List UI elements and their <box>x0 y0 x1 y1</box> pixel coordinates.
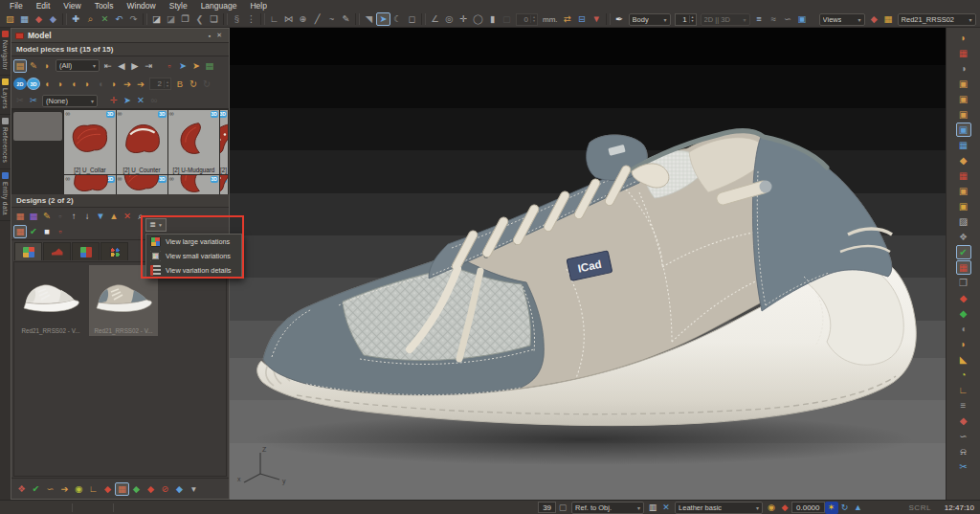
viewport-3d[interactable]: ICad Z y x <box>230 28 946 500</box>
sb-shoe-icon[interactable]: ◆ <box>778 502 791 514</box>
design-down-icon[interactable]: ↓ <box>80 210 94 223</box>
variation-grid-icon[interactable]: ▦ <box>13 225 27 238</box>
tab-references[interactable]: References <box>0 115 11 168</box>
rt-photo-icon[interactable]: ▣ <box>956 123 971 137</box>
document-select[interactable]: Red21_RRSS02▾ <box>898 13 976 26</box>
paste-icon[interactable]: ❏ <box>207 12 221 26</box>
copy-icon[interactable]: ❐ <box>178 12 192 26</box>
piece-arrow-icon[interactable]: ➔ <box>121 78 134 91</box>
piece-u-eyestay[interactable]: ∞3D[2] U_Eyestay <box>220 110 228 174</box>
layers-icon[interactable]: ≡ <box>752 12 767 26</box>
bt-bag-icon[interactable]: ◆ <box>100 482 115 496</box>
pieces-scrollbar[interactable] <box>12 110 63 194</box>
palette-grid-icon[interactable]: ▦ <box>881 12 896 26</box>
walk-orange-icon[interactable]: ➤ <box>189 59 203 73</box>
bt-heel-icon[interactable]: ∟ <box>86 482 100 496</box>
align-icon[interactable]: ⊟ <box>575 12 590 26</box>
bt-pieces-icon[interactable]: ❖ <box>14 482 29 496</box>
bt-shoe-blue-icon[interactable]: ◆ <box>172 482 187 496</box>
tab-layers[interactable]: Layers <box>0 76 11 115</box>
rt-wedge-icon[interactable]: ◣ <box>956 352 971 367</box>
walk-blue-icon[interactable]: ➤ <box>176 59 189 73</box>
rt-bag-icon[interactable]: ◆ <box>956 153 971 168</box>
bt-doc-check-icon[interactable]: ✔ <box>29 482 43 496</box>
panel-split-icon[interactable]: ▮ <box>485 12 500 26</box>
spinner-buttons[interactable]: ▴▾ <box>164 80 170 88</box>
variation-target-icon[interactable]: ▫ <box>54 225 67 238</box>
piece-u-mudguard[interactable]: ∞3D[2] U-Mudguard <box>168 110 219 174</box>
flip-red-icon[interactable]: ▼ <box>590 12 604 26</box>
menu-file[interactable]: File <box>3 0 30 11</box>
last-icon[interactable]: ∽ <box>781 12 795 26</box>
pin-add-icon[interactable]: ⋮ <box>244 12 258 26</box>
rt-grid-red-icon[interactable]: ▦ <box>956 46 971 60</box>
sb-material-select[interactable]: Leather basic▾ <box>675 502 763 514</box>
rt-stack-icon[interactable]: ≡ <box>956 398 971 413</box>
cursor-tool-icon[interactable]: ➤ <box>376 12 390 26</box>
rt-sole-orange-icon[interactable]: ◗ <box>956 337 971 351</box>
rt-sole-lt-icon[interactable]: ∽ <box>956 429 971 443</box>
rt-box3-icon[interactable]: ▣ <box>956 107 971 122</box>
material-shoe-icon[interactable]: ◆ <box>867 12 881 26</box>
undo-icon[interactable]: ↶ <box>112 12 126 26</box>
sb-columns-icon[interactable]: ▥ <box>646 502 659 514</box>
rt-grid-red2-icon[interactable]: ▦ <box>956 168 971 183</box>
design-export-icon[interactable]: ▲ <box>107 210 121 223</box>
bt-shoe-multi-icon[interactable]: ◆ <box>129 482 144 496</box>
sb-count-value[interactable]: 39 <box>538 502 556 513</box>
body-select[interactable]: Body▾ <box>629 13 671 26</box>
sole-orange-icon[interactable]: ◗ <box>107 78 121 91</box>
last-piece-icon[interactable]: ⇥ <box>142 59 155 73</box>
piece-row2-2[interactable]: ∞3D <box>117 175 167 194</box>
tab-model-view[interactable] <box>43 242 71 260</box>
piece-count-spinner[interactable]: 2▴▾ <box>149 78 171 90</box>
piece-u-collar[interactable]: ∞3D[2] U_Collar <box>64 110 115 174</box>
rt-grid-sel-icon[interactable]: ▦ <box>956 260 971 275</box>
piece-row2-1[interactable]: ∞3D <box>64 175 115 194</box>
piece-row2-3[interactable]: ∞3D <box>168 175 219 194</box>
rt-folder-icon[interactable]: ▨ <box>956 214 971 229</box>
sb-checkbox[interactable]: ▢ <box>556 502 569 514</box>
angle-snap-icon[interactable]: ∠ <box>428 12 442 26</box>
select-cross-icon[interactable]: ✕ <box>98 12 112 26</box>
design-large-icon[interactable]: ▦ <box>13 210 27 223</box>
bt-shoe-red-icon[interactable]: ◆ <box>144 482 158 496</box>
sole-flip-l-icon[interactable]: ◖ <box>40 78 54 91</box>
rt-sole-gray-icon[interactable]: ◖ <box>956 322 971 336</box>
sb-sync-icon[interactable]: ↻ <box>838 502 852 514</box>
menu-view-large-variations[interactable]: View large variations <box>146 235 241 249</box>
rt-scissors-icon[interactable]: ✂ <box>956 459 971 474</box>
measure-icon[interactable]: ✛ <box>107 94 121 107</box>
menu-view-small-variations[interactable]: View small variations <box>146 249 241 263</box>
next-piece-icon[interactable]: ▶ <box>128 59 142 73</box>
sb-ref-select[interactable]: Ref. to Obj.▾ <box>571 502 644 514</box>
rt-lock-box-icon[interactable]: ▣ <box>956 184 971 198</box>
piece-arrow2-icon[interactable]: ➔ <box>134 78 147 91</box>
pin-icon[interactable]: ▪ <box>206 33 213 39</box>
sb-fill-icon[interactable]: ▲ <box>852 502 865 514</box>
bt-stop-icon[interactable]: ⊘ <box>158 482 172 496</box>
export-model-icon[interactable]: ◆ <box>46 12 60 26</box>
sole-pair-r-icon[interactable]: ◗ <box>80 78 94 91</box>
orbit-icon[interactable]: ◯ <box>471 12 485 26</box>
tab-entity-data[interactable]: Entity data <box>0 169 11 221</box>
corner-tool-icon[interactable]: ∟ <box>267 12 281 26</box>
close-icon[interactable]: ✕ <box>213 32 225 39</box>
tab-variations[interactable] <box>14 242 42 260</box>
link-gray-icon[interactable]: ∞ <box>147 94 161 107</box>
menu-tools[interactable]: Tools <box>88 0 121 11</box>
design-up-icon[interactable]: ↑ <box>67 210 80 223</box>
swap-icon[interactable]: ⇄ <box>561 12 575 26</box>
menu-edit[interactable]: Edit <box>30 0 57 11</box>
design-small-icon[interactable]: ▦ <box>27 210 40 223</box>
piece-row2-4[interactable]: ∞3D <box>220 175 228 194</box>
curve-tool-icon[interactable]: ~ <box>324 12 339 26</box>
snap-x-icon[interactable]: ✕ <box>134 94 147 107</box>
sb-eu-flag-icon[interactable]: ✶ <box>825 502 838 514</box>
rotate-gray-icon[interactable]: ↻ <box>200 78 213 91</box>
scissors-blue-icon[interactable]: ✂ <box>27 94 40 107</box>
spinner-buttons[interactable]: ▴▾ <box>530 15 537 23</box>
rt-blue-box-icon[interactable]: ▦ <box>956 138 971 152</box>
angle-cut-icon[interactable]: ❮ <box>192 12 207 26</box>
render-photo-icon[interactable]: ▣ <box>795 12 810 26</box>
